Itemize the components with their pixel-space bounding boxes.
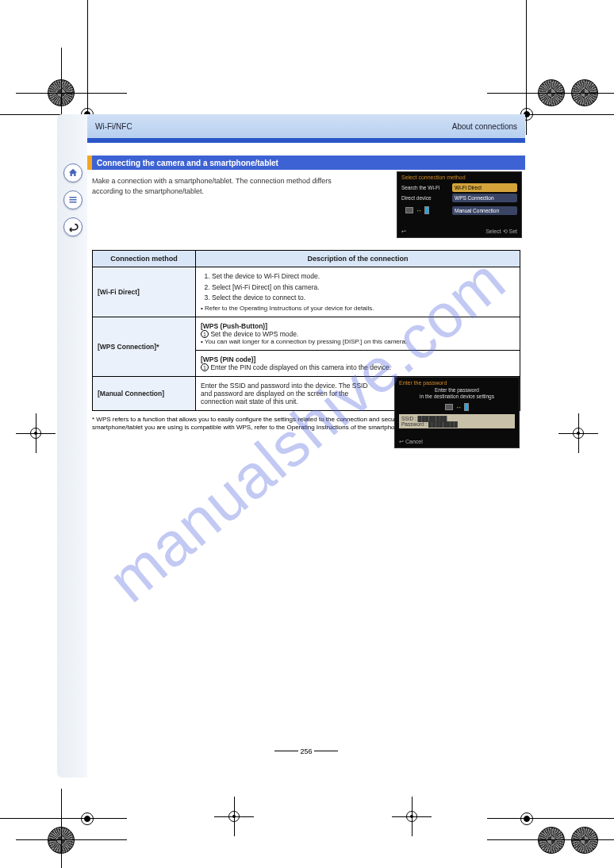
row-wps-pin: [WPS (PIN code)] 1 Enter the PIN code di… <box>196 350 520 376</box>
sc1-title: Select connection method <box>397 172 521 182</box>
section-heading: Connecting the camera and a smartphone/t… <box>87 156 525 170</box>
col-method: Connection method <box>93 251 196 267</box>
svg-rect-1 <box>70 199 77 201</box>
sc1-opt-wps: WPS Connection <box>452 194 517 202</box>
breadcrumb-right: About connections <box>452 122 517 131</box>
table-row: [Wi-Fi Direct] Set the device to Wi-Fi D… <box>93 267 520 317</box>
home-icon[interactable] <box>63 163 83 182</box>
intro-text: Make a connection with a smartphone/tabl… <box>92 176 346 196</box>
svg-rect-0 <box>70 197 77 198</box>
row-manual-label: [Manual Connection] <box>93 376 196 410</box>
table-row: [Manual Connection] Enter the SSID and p… <box>93 376 520 410</box>
row-manual-desc: Enter the SSID and password into the dev… <box>196 376 520 410</box>
row-wps-push: [WPS (Push-Button)] 1 Set the device to … <box>196 317 520 350</box>
connection-methods-table: Connection method Description of the con… <box>92 250 520 410</box>
row-wifi-direct-desc: Set the device to Wi-Fi Direct mode. Sel… <box>196 267 520 317</box>
row-wps-label: [WPS Connection]* <box>93 317 196 376</box>
camera-screenshot-connection-method: Select connection method Search the Wi-F… <box>397 171 522 238</box>
back-icon[interactable] <box>63 217 83 236</box>
sc1-opt-wifi-direct: Wi-Fi Direct <box>452 183 517 192</box>
breadcrumb-left: Wi-Fi/NFC <box>95 122 132 131</box>
table-row: [WPS Connection]* [WPS (Push-Button)] 1 … <box>93 317 520 350</box>
camera-screenshot-password: Enter the password Enter the password in… <box>394 377 520 448</box>
svg-rect-2 <box>70 202 77 203</box>
menu-icon[interactable] <box>63 190 83 209</box>
manual-page: Wi-Fi/NFC About connections Connecting t… <box>87 114 525 778</box>
page-number: 256 <box>274 747 338 755</box>
header-band: Wi-Fi/NFC About connections <box>87 114 525 138</box>
row-wifi-direct-label: [Wi-Fi Direct] <box>93 267 196 317</box>
sc1-opt-manual: Manual Connection <box>452 206 517 215</box>
col-desc: Description of the connection <box>196 251 520 267</box>
